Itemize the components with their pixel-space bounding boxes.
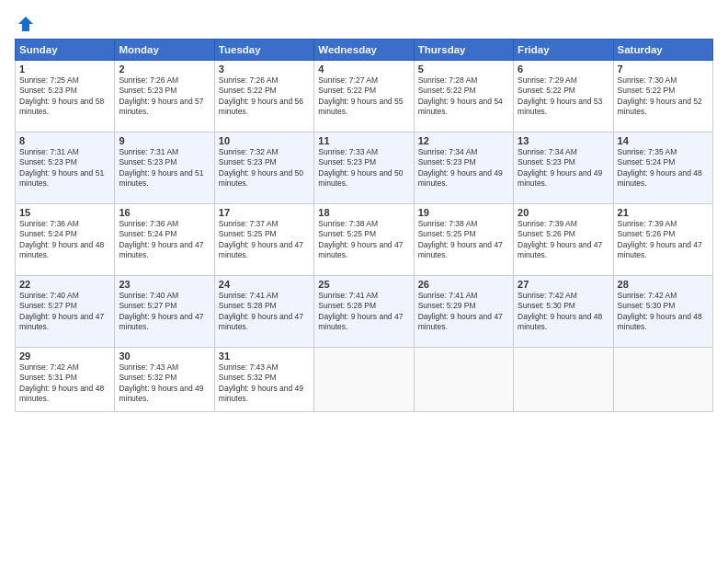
calendar-day-cell: 28Sunrise: 7:42 AMSunset: 5:30 PMDayligh…: [613, 276, 712, 348]
day-number: 23: [119, 279, 210, 290]
day-info: Sunrise: 7:36 AMSunset: 5:24 PMDaylight:…: [19, 219, 110, 261]
calendar-day-cell: 31Sunrise: 7:43 AMSunset: 5:32 PMDayligh…: [214, 348, 313, 412]
day-number: 10: [219, 135, 310, 146]
day-info: Sunrise: 7:35 AMSunset: 5:24 PMDaylight:…: [618, 147, 709, 190]
day-info: Sunrise: 7:36 AMSunset: 5:24 PMDaylight:…: [119, 219, 210, 261]
day-info: Sunrise: 7:27 AMSunset: 5:22 PMDaylight:…: [318, 75, 409, 118]
calendar-day-cell: 12Sunrise: 7:34 AMSunset: 5:23 PMDayligh…: [414, 132, 513, 204]
day-number: 19: [418, 207, 509, 218]
calendar-week-row: 22Sunrise: 7:40 AMSunset: 5:27 PMDayligh…: [16, 276, 713, 348]
day-info: Sunrise: 7:38 AMSunset: 5:25 PMDaylight:…: [418, 219, 509, 261]
day-info: Sunrise: 7:32 AMSunset: 5:23 PMDaylight:…: [219, 147, 310, 190]
weekday-header-row: SundayMondayTuesdayWednesdayThursdayFrid…: [16, 40, 713, 61]
day-info: Sunrise: 7:31 AMSunset: 5:23 PMDaylight:…: [19, 147, 110, 190]
calendar-week-row: 1Sunrise: 7:25 AMSunset: 5:23 PMDaylight…: [16, 61, 713, 132]
day-info: Sunrise: 7:40 AMSunset: 5:27 PMDaylight:…: [119, 291, 210, 333]
day-number: 31: [219, 350, 310, 362]
calendar-day-cell: 24Sunrise: 7:41 AMSunset: 5:28 PMDayligh…: [214, 276, 313, 348]
day-info: Sunrise: 7:37 AMSunset: 5:25 PMDaylight:…: [219, 219, 310, 261]
weekday-header-sunday: Sunday: [16, 40, 115, 61]
header: [15, 15, 713, 29]
day-number: 5: [418, 63, 509, 75]
day-number: 14: [618, 135, 709, 146]
day-info: Sunrise: 7:39 AMSunset: 5:26 PMDaylight:…: [518, 219, 609, 261]
calendar-day-cell: [414, 348, 513, 412]
calendar-day-cell: 16Sunrise: 7:36 AMSunset: 5:24 PMDayligh…: [115, 204, 214, 276]
calendar-day-cell: 18Sunrise: 7:38 AMSunset: 5:25 PMDayligh…: [314, 204, 414, 276]
calendar-day-cell: 9Sunrise: 7:31 AMSunset: 5:23 PMDaylight…: [115, 132, 214, 204]
day-number: 13: [518, 135, 609, 146]
weekday-header-friday: Friday: [514, 40, 613, 61]
logo: [15, 15, 35, 29]
day-info: Sunrise: 7:34 AMSunset: 5:23 PMDaylight:…: [418, 147, 509, 190]
day-number: 4: [318, 63, 409, 75]
calendar-day-cell: 7Sunrise: 7:30 AMSunset: 5:22 PMDaylight…: [613, 61, 712, 132]
day-number: 3: [219, 63, 310, 75]
day-number: 15: [19, 207, 110, 218]
svg-marker-0: [18, 17, 33, 31]
calendar-day-cell: [314, 348, 414, 412]
day-number: 8: [19, 135, 110, 146]
day-info: Sunrise: 7:25 AMSunset: 5:23 PMDaylight:…: [19, 75, 110, 118]
calendar-day-cell: 17Sunrise: 7:37 AMSunset: 5:25 PMDayligh…: [214, 204, 313, 276]
calendar-day-cell: 20Sunrise: 7:39 AMSunset: 5:26 PMDayligh…: [514, 204, 613, 276]
day-number: 7: [618, 63, 709, 75]
weekday-header-saturday: Saturday: [613, 40, 712, 61]
day-number: 2: [119, 63, 210, 75]
weekday-header-tuesday: Tuesday: [214, 40, 313, 61]
day-number: 9: [119, 135, 210, 146]
calendar-day-cell: 15Sunrise: 7:36 AMSunset: 5:24 PMDayligh…: [16, 204, 115, 276]
day-number: 21: [618, 207, 709, 218]
day-number: 30: [119, 350, 210, 362]
calendar-day-cell: 21Sunrise: 7:39 AMSunset: 5:26 PMDayligh…: [613, 204, 712, 276]
day-number: 17: [219, 207, 310, 218]
calendar-table: SundayMondayTuesdayWednesdayThursdayFrid…: [15, 39, 713, 412]
day-number: 25: [318, 279, 409, 290]
day-info: Sunrise: 7:26 AMSunset: 5:23 PMDaylight:…: [119, 75, 210, 118]
day-number: 24: [219, 279, 310, 290]
calendar-day-cell: 13Sunrise: 7:34 AMSunset: 5:23 PMDayligh…: [514, 132, 613, 204]
calendar-day-cell: 30Sunrise: 7:43 AMSunset: 5:32 PMDayligh…: [115, 348, 214, 412]
day-info: Sunrise: 7:38 AMSunset: 5:25 PMDaylight:…: [318, 219, 409, 261]
day-number: 1: [19, 63, 110, 75]
calendar-week-row: 29Sunrise: 7:42 AMSunset: 5:31 PMDayligh…: [16, 348, 713, 412]
day-number: 29: [19, 350, 110, 362]
day-number: 28: [618, 279, 709, 290]
day-info: Sunrise: 7:43 AMSunset: 5:32 PMDaylight:…: [219, 362, 310, 405]
calendar-day-cell: 1Sunrise: 7:25 AMSunset: 5:23 PMDaylight…: [16, 61, 115, 132]
day-info: Sunrise: 7:42 AMSunset: 5:31 PMDaylight:…: [19, 362, 110, 405]
calendar-week-row: 15Sunrise: 7:36 AMSunset: 5:24 PMDayligh…: [16, 204, 713, 276]
calendar-page: SundayMondayTuesdayWednesdayThursdayFrid…: [0, 0, 728, 563]
calendar-day-cell: 10Sunrise: 7:32 AMSunset: 5:23 PMDayligh…: [214, 132, 313, 204]
calendar-day-cell: 19Sunrise: 7:38 AMSunset: 5:25 PMDayligh…: [414, 204, 513, 276]
day-info: Sunrise: 7:41 AMSunset: 5:28 PMDaylight:…: [219, 291, 310, 333]
day-info: Sunrise: 7:28 AMSunset: 5:22 PMDaylight:…: [418, 75, 509, 118]
calendar-day-cell: 14Sunrise: 7:35 AMSunset: 5:24 PMDayligh…: [613, 132, 712, 204]
day-info: Sunrise: 7:30 AMSunset: 5:22 PMDaylight:…: [618, 75, 709, 118]
day-info: Sunrise: 7:42 AMSunset: 5:30 PMDaylight:…: [518, 291, 609, 333]
day-info: Sunrise: 7:42 AMSunset: 5:30 PMDaylight:…: [618, 291, 709, 333]
calendar-day-cell: 25Sunrise: 7:41 AMSunset: 5:28 PMDayligh…: [314, 276, 414, 348]
calendar-day-cell: 5Sunrise: 7:28 AMSunset: 5:22 PMDaylight…: [414, 61, 513, 132]
calendar-day-cell: 8Sunrise: 7:31 AMSunset: 5:23 PMDaylight…: [16, 132, 115, 204]
day-number: 18: [318, 207, 409, 218]
day-info: Sunrise: 7:41 AMSunset: 5:29 PMDaylight:…: [418, 291, 509, 333]
day-number: 6: [518, 63, 609, 75]
day-number: 11: [318, 135, 409, 146]
calendar-day-cell: 2Sunrise: 7:26 AMSunset: 5:23 PMDaylight…: [115, 61, 214, 132]
weekday-header-wednesday: Wednesday: [314, 40, 414, 61]
logo-icon: [17, 15, 35, 33]
calendar-day-cell: 26Sunrise: 7:41 AMSunset: 5:29 PMDayligh…: [414, 276, 513, 348]
calendar-day-cell: [613, 348, 712, 412]
calendar-day-cell: 22Sunrise: 7:40 AMSunset: 5:27 PMDayligh…: [16, 276, 115, 348]
day-number: 26: [418, 279, 509, 290]
day-number: 27: [518, 279, 609, 290]
calendar-day-cell: 11Sunrise: 7:33 AMSunset: 5:23 PMDayligh…: [314, 132, 414, 204]
day-number: 20: [518, 207, 609, 218]
calendar-week-row: 8Sunrise: 7:31 AMSunset: 5:23 PMDaylight…: [16, 132, 713, 204]
calendar-day-cell: 6Sunrise: 7:29 AMSunset: 5:22 PMDaylight…: [514, 61, 613, 132]
day-number: 12: [418, 135, 509, 146]
day-info: Sunrise: 7:33 AMSunset: 5:23 PMDaylight:…: [318, 147, 409, 190]
day-info: Sunrise: 7:40 AMSunset: 5:27 PMDaylight:…: [19, 291, 110, 333]
day-info: Sunrise: 7:41 AMSunset: 5:28 PMDaylight:…: [318, 291, 409, 333]
